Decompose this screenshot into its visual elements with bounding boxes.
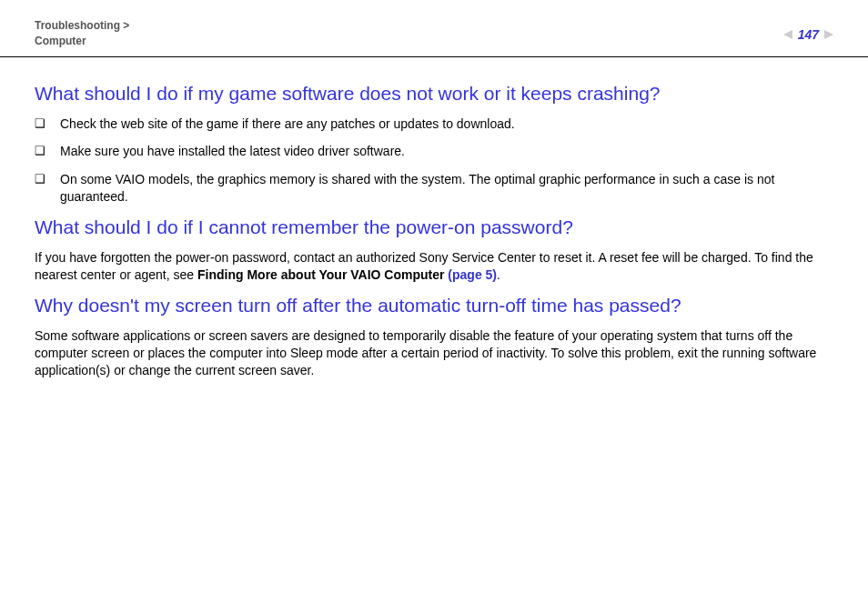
section-heading-game-crash: What should I do if my game software doe… [35, 83, 833, 105]
page-content: What should I do if my game software doe… [0, 57, 868, 379]
text-post: . [497, 267, 500, 282]
breadcrumb-line1: Troubleshooting > [35, 18, 129, 34]
body-text-screen-off: Some software applications or screen sav… [35, 327, 833, 379]
page-number: 147 [798, 27, 819, 42]
page-header: Troubleshooting > Computer 147 [0, 0, 868, 57]
list-item: On some VAIO models, the graphics memory… [35, 171, 833, 206]
body-text-password: If you have forgotten the power-on passw… [35, 249, 833, 284]
breadcrumb: Troubleshooting > Computer [35, 18, 129, 49]
section-heading-password: What should I do if I cannot remember th… [35, 216, 833, 238]
next-page-arrow-icon[interactable] [824, 30, 833, 39]
section-heading-screen-off: Why doesn't my screen turn off after the… [35, 295, 833, 317]
list-item: Check the web site of the game if there … [35, 116, 833, 133]
bullet-list-game-crash: Check the web site of the game if there … [35, 116, 833, 206]
page-navigation: 147 [783, 27, 833, 42]
list-item: Make sure you have installed the latest … [35, 143, 833, 160]
prev-page-arrow-icon[interactable] [783, 30, 792, 39]
breadcrumb-line2: Computer [35, 34, 129, 49]
bold-text: Finding More about Your VAIO Computer [197, 267, 448, 282]
page-link[interactable]: (page 5) [448, 267, 497, 282]
